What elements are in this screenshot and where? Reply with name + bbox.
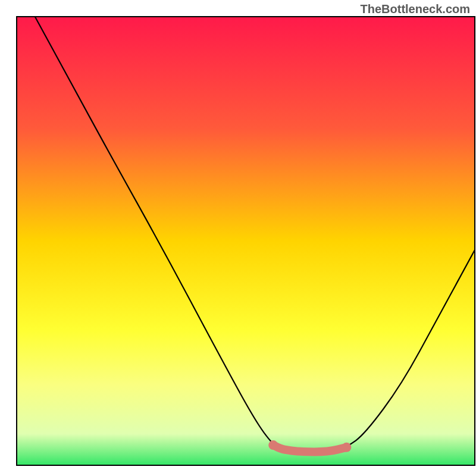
highlight-dot <box>268 440 278 450</box>
chart-svg <box>0 0 476 476</box>
attribution-label: TheBottleneck.com <box>361 2 470 16</box>
highlight-dot <box>342 443 351 452</box>
bottleneck-chart: TheBottleneck.com <box>0 0 476 476</box>
plot-background <box>17 17 475 465</box>
